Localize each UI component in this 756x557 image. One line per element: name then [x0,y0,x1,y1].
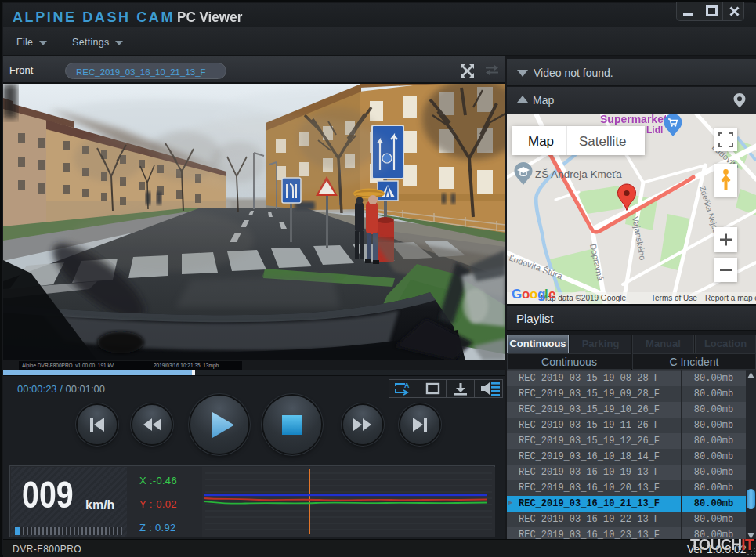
svg-text:Lidl: Lidl [646,125,663,136]
svg-text:G: G [512,287,522,302]
svg-text:o: o [522,287,530,302]
svg-text:o: o [530,287,537,302]
svg-text:Report a map error: Report a map error [705,294,756,302]
svg-text:e: e [548,287,555,302]
svg-text:Map: Map [528,134,554,149]
svg-text:Satellite: Satellite [579,134,626,149]
svg-text:ZŠ Andreja Kmeťa: ZŠ Andreja Kmeťa [535,168,622,180]
svg-text:Terms of Use: Terms of Use [651,294,697,302]
svg-text:A: A [404,382,410,389]
svg-text:Supermarket: Supermarket [600,114,667,125]
